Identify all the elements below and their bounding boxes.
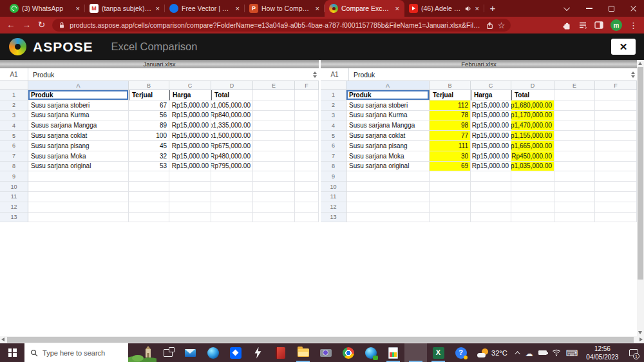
battery-icon[interactable]: [538, 350, 547, 355]
side-panel-icon[interactable]: [594, 21, 603, 29]
cell-D13[interactable]: [511, 213, 554, 223]
cell-F7[interactable]: [595, 151, 637, 162]
cell-C1[interactable]: Harga: [471, 90, 511, 100]
cell-B6[interactable]: 111: [430, 141, 471, 151]
news-widget[interactable]: [128, 343, 156, 362]
url-text[interactable]: products.aspose.app/cells/comparison/com…: [70, 21, 481, 29]
row-header-10[interactable]: 10: [321, 182, 346, 192]
cell-F10[interactable]: [595, 182, 637, 192]
taskbar-app-image-viewer[interactable]: [382, 343, 404, 362]
taskbar-app-camera[interactable]: [314, 343, 337, 362]
cell-D3[interactable]: Rp840,000.00: [211, 111, 253, 121]
row-header-1[interactable]: 1: [321, 90, 346, 100]
row-header-2[interactable]: 2: [321, 100, 346, 111]
taskbar-search-input[interactable]: Type here to search: [24, 343, 128, 362]
row-header-11[interactable]: 11: [321, 192, 346, 202]
taskbar-app-red-book[interactable]: [269, 343, 292, 362]
cell-C5[interactable]: Rp15,000.00: [471, 131, 511, 141]
cell-F8[interactable]: [595, 162, 637, 172]
row-header-4[interactable]: 4: [0, 120, 28, 131]
cell-A6[interactable]: Susu sarjana pisang: [346, 141, 430, 151]
formula-bar-expander[interactable]: [310, 68, 319, 81]
cell-A10[interactable]: [346, 182, 430, 192]
row-header-12[interactable]: 12: [0, 202, 28, 213]
cell-F13[interactable]: [295, 213, 319, 223]
cell-F13[interactable]: [595, 213, 637, 223]
cell-C4[interactable]: Rp15,000.00: [471, 120, 511, 131]
cell-C8[interactable]: Rp15,000.00: [169, 162, 211, 172]
cell-F5[interactable]: [295, 131, 319, 141]
taskbar-app-task-view[interactable]: [156, 343, 179, 362]
cell-B13[interactable]: [430, 213, 471, 223]
cell-D2[interactable]: Rp1,680,000.00: [511, 100, 554, 111]
cell-A11[interactable]: [346, 192, 430, 202]
cell-A10[interactable]: [28, 182, 129, 192]
cell-F1[interactable]: [295, 90, 319, 100]
bookmark-star-icon[interactable]: ☆: [498, 21, 506, 30]
cell-A11[interactable]: [28, 192, 129, 202]
cell-B8[interactable]: 69: [430, 162, 471, 172]
cell-A13[interactable]: [346, 213, 430, 223]
cell-F6[interactable]: [595, 141, 637, 151]
cell-B2[interactable]: 112: [430, 100, 471, 111]
cell-A2[interactable]: Susu sarjana stoberi: [28, 100, 129, 111]
cell-E3[interactable]: [253, 111, 295, 121]
cell-E11[interactable]: [253, 192, 295, 202]
cell-C3[interactable]: Rp15,000.00: [471, 111, 511, 121]
cell-E8[interactable]: [554, 162, 595, 172]
cell-D11[interactable]: [211, 192, 253, 202]
scroll-right-arrow-icon[interactable]: [639, 338, 643, 341]
cell-C11[interactable]: [169, 192, 211, 202]
tab-close-icon[interactable]: ×: [395, 5, 400, 12]
address-bar[interactable]: products.aspose.app/cells/comparison/com…: [52, 19, 511, 32]
cell-E4[interactable]: [554, 120, 595, 131]
cell-F1[interactable]: [595, 90, 637, 100]
cell-A13[interactable]: [28, 213, 129, 223]
scroll-up-arrow-icon[interactable]: [638, 62, 642, 65]
cell-C12[interactable]: [169, 202, 211, 213]
cell-B4[interactable]: 89: [129, 120, 169, 131]
cell-A3[interactable]: Susu sarjana Kurma: [346, 111, 430, 121]
cell-A7[interactable]: Susu sarjana Moka: [28, 151, 129, 162]
forward-button[interactable]: →: [23, 21, 32, 30]
cell-E9[interactable]: [253, 171, 295, 182]
cell-D7[interactable]: Rp450,000.00: [511, 151, 554, 162]
cell-B8[interactable]: 53: [129, 162, 169, 172]
cell-E5[interactable]: [554, 131, 595, 141]
row-header-2[interactable]: 2: [0, 100, 28, 111]
tab-close-icon[interactable]: ×: [315, 5, 320, 12]
cell-F3[interactable]: [595, 111, 637, 121]
cell-C7[interactable]: Rp15,000.00: [471, 151, 511, 162]
cell-B1[interactable]: Terjual: [129, 90, 169, 100]
cell-D10[interactable]: [211, 182, 253, 192]
column-header-C[interactable]: C: [169, 81, 211, 90]
cell-D8[interactable]: Rp1,035,000.00: [511, 162, 554, 172]
scroll-down-arrow-icon[interactable]: [638, 331, 642, 334]
cell-B2[interactable]: 67: [129, 100, 169, 111]
horizontal-scrollbar-thumb[interactable]: [7, 337, 634, 343]
cell-E13[interactable]: [554, 213, 595, 223]
cell-D2[interactable]: Rp1,005,000.00: [211, 100, 253, 111]
row-header-3[interactable]: 3: [0, 111, 28, 121]
cell-E6[interactable]: [253, 141, 295, 151]
taskbar-app-dropbox[interactable]: [224, 343, 247, 362]
cell-E7[interactable]: [554, 151, 595, 162]
cell-C2[interactable]: Rp15,000.00: [169, 100, 211, 111]
cell-D7[interactable]: Rp480,000.00: [211, 151, 253, 162]
share-icon[interactable]: [486, 21, 494, 30]
cell-A12[interactable]: [346, 202, 430, 213]
cell-E1[interactable]: [253, 90, 295, 100]
row-header-8[interactable]: 8: [321, 162, 346, 172]
scroll-left-arrow-icon[interactable]: [1, 338, 5, 341]
cell-B1[interactable]: Terjual: [430, 90, 471, 100]
cell-E8[interactable]: [253, 162, 295, 172]
cell-D9[interactable]: [211, 171, 253, 182]
cell-E10[interactable]: [554, 182, 595, 192]
start-button[interactable]: [0, 343, 24, 362]
cell-F10[interactable]: [295, 182, 319, 192]
cell-E12[interactable]: [253, 202, 295, 213]
cell-A7[interactable]: Susu sarjana Moka: [346, 151, 430, 162]
cell-C7[interactable]: Rp15,000.00: [169, 151, 211, 162]
row-header-13[interactable]: 13: [0, 213, 28, 223]
taskbar-app-help[interactable]: ?: [450, 343, 472, 362]
